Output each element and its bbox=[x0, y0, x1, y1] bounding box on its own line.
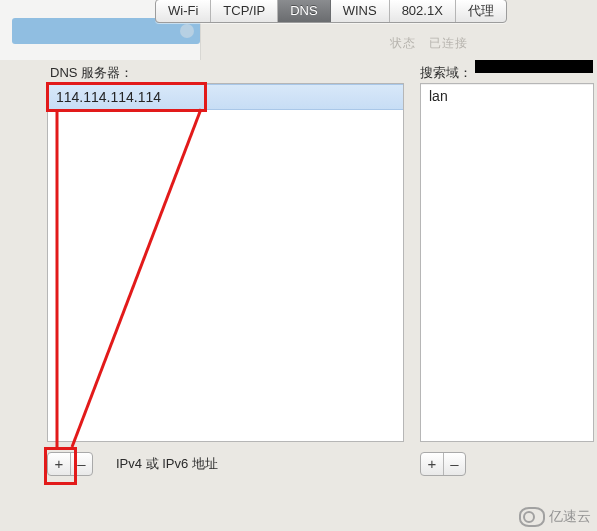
dns-hint-label: IPv4 或 IPv6 地址 bbox=[116, 455, 218, 473]
search-add-button[interactable]: + bbox=[421, 453, 443, 475]
network-settings-tabbar: Wi-Fi TCP/IP DNS WINS 802.1X 代理 bbox=[155, 0, 507, 23]
search-domains-list[interactable]: lan bbox=[420, 83, 594, 442]
dns-remove-button[interactable]: – bbox=[70, 453, 92, 475]
watermark: 亿速云 bbox=[519, 507, 591, 527]
watermark-logo-icon bbox=[519, 507, 545, 527]
search-domain-entry[interactable]: lan bbox=[421, 84, 593, 108]
watermark-text: 亿速云 bbox=[549, 508, 591, 526]
search-remove-button[interactable]: – bbox=[443, 453, 465, 475]
search-domains-label: 搜索域： bbox=[420, 64, 472, 82]
redacted-bar bbox=[475, 60, 593, 73]
dns-servers-list[interactable]: 114.114.114.114 bbox=[47, 83, 404, 442]
tab-proxy[interactable]: 代理 bbox=[456, 0, 506, 22]
tab-wins[interactable]: WINS bbox=[331, 0, 390, 22]
dns-add-button[interactable]: + bbox=[48, 453, 70, 475]
dns-servers-label: DNS 服务器： bbox=[50, 64, 133, 82]
status-text: 状态 已连接 bbox=[390, 35, 468, 52]
tab-dns[interactable]: DNS bbox=[278, 0, 330, 22]
search-domains-stepper: + – bbox=[420, 452, 466, 476]
dns-server-entry[interactable]: 114.114.114.114 bbox=[48, 84, 403, 110]
tab-wifi[interactable]: Wi-Fi bbox=[156, 0, 211, 22]
dns-servers-stepper: + – bbox=[47, 452, 93, 476]
tab-8021x[interactable]: 802.1X bbox=[390, 0, 456, 22]
tab-tcpip[interactable]: TCP/IP bbox=[211, 0, 278, 22]
